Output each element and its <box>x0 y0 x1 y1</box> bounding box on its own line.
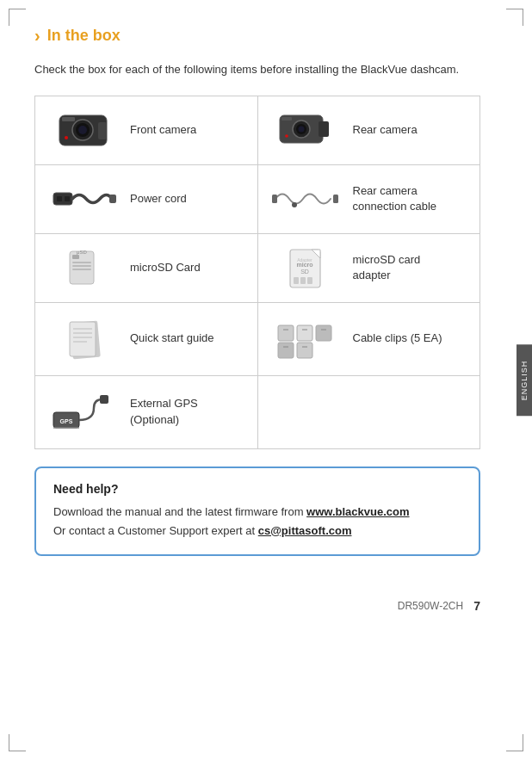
svg-rect-42 <box>278 343 294 358</box>
svg-text:GPS: GPS <box>59 418 72 424</box>
item-cell-rear-camera: Rear camera <box>257 96 480 164</box>
help-text-line1: Download the manual and the latest firmw… <box>53 503 461 522</box>
microsd-adapter-icon: micro SD Adapter <box>267 244 344 292</box>
item-cell-front-camera: Front camera <box>35 96 258 164</box>
footer-page: 7 <box>473 599 480 613</box>
microsd-adapter-label: microSD cardadapter <box>353 252 421 283</box>
quick-guide-label: Quick start guide <box>130 331 214 346</box>
help-box: Need help? Download the manual and the l… <box>34 467 480 556</box>
items-table: Front camera <box>34 96 480 449</box>
rear-cable-icon <box>267 176 344 223</box>
rear-camera-label: Rear camera <box>353 122 418 138</box>
svg-rect-22 <box>72 255 79 259</box>
corner-mark-br <box>506 734 523 751</box>
svg-rect-5 <box>62 117 75 121</box>
svg-text:μSD: μSD <box>77 250 87 255</box>
svg-rect-44 <box>297 343 312 358</box>
quick-guide-icon <box>44 313 121 365</box>
power-cord-label: Power cord <box>130 191 187 207</box>
cable-clips-icon <box>267 315 344 362</box>
table-row: μSD microSD Card <box>35 233 480 302</box>
rear-cable-label: Rear cameraconnection cable <box>353 183 437 214</box>
item-cell-gps: GPS External GPS(Optional) <box>35 375 258 448</box>
svg-text:Adapter: Adapter <box>297 257 312 263</box>
svg-point-13 <box>285 134 288 138</box>
svg-rect-30 <box>300 277 306 284</box>
table-row: Front camera <box>35 96 480 164</box>
corner-mark-tl <box>9 9 26 26</box>
item-cell-cable-clips: Cable clips (5 EA) <box>257 302 480 375</box>
svg-text:SD: SD <box>300 269 309 275</box>
table-row: Quick start guide <box>35 302 480 375</box>
footer: DR590W-2CH 7 <box>0 599 515 630</box>
item-cell-power-cord: Power cord <box>35 164 258 233</box>
svg-point-20 <box>292 202 297 207</box>
intro-text: Check the box for each of the following … <box>34 61 480 78</box>
svg-point-6 <box>65 136 68 139</box>
rear-camera-icon <box>267 108 344 151</box>
svg-rect-45 <box>316 325 331 341</box>
microsd-card-icon: μSD <box>44 244 121 292</box>
microsd-card-label: microSD Card <box>130 260 201 275</box>
svg-rect-25 <box>72 269 91 270</box>
svg-point-3 <box>78 126 87 134</box>
help-title: Need help? <box>53 482 461 496</box>
svg-rect-19 <box>333 195 338 203</box>
svg-point-10 <box>298 127 304 133</box>
svg-rect-11 <box>319 121 329 137</box>
chevron-right-icon: › <box>34 26 40 46</box>
corner-mark-tr <box>506 9 523 26</box>
help-line1-prefix: Download the manual and the latest firmw… <box>53 505 306 518</box>
side-language-label: ENGLISH <box>517 344 532 416</box>
svg-rect-4 <box>98 122 107 139</box>
svg-rect-29 <box>294 277 299 284</box>
svg-rect-18 <box>272 195 277 203</box>
item-cell-quick-guide: Quick start guide <box>35 302 258 375</box>
svg-rect-17 <box>109 195 116 203</box>
front-camera-icon <box>44 107 121 154</box>
gps-icon: GPS <box>44 386 121 438</box>
support-link[interactable]: cs@pittasoft.com <box>258 524 352 537</box>
item-cell-microsd-adapter: micro SD Adapter microSD cardadapter <box>257 233 480 302</box>
svg-text:micro: micro <box>296 262 312 268</box>
section-title-container: › In the box <box>34 26 480 46</box>
svg-rect-36 <box>70 322 96 356</box>
svg-rect-41 <box>278 325 294 341</box>
svg-rect-15 <box>57 196 62 201</box>
corner-mark-bl <box>9 734 26 751</box>
help-text-line2: Or contact a Customer Support expert at … <box>53 522 461 541</box>
power-cord-icon <box>44 176 121 223</box>
section-title: In the box <box>47 27 121 45</box>
svg-rect-12 <box>281 117 292 120</box>
svg-rect-31 <box>307 277 312 284</box>
item-cell-microsd-card: μSD microSD Card <box>35 233 258 302</box>
svg-rect-24 <box>72 265 91 267</box>
item-cell-empty <box>257 375 480 448</box>
help-line2-prefix: Or contact a Customer Support expert at <box>53 524 258 537</box>
svg-rect-53 <box>100 395 108 404</box>
svg-rect-43 <box>297 325 312 341</box>
front-camera-label: Front camera <box>130 122 196 138</box>
cable-clips-label: Cable clips (5 EA) <box>353 331 442 346</box>
item-cell-rear-cable: Rear cameraconnection cable <box>257 164 480 233</box>
table-row: Power cord <box>35 164 480 233</box>
table-row: GPS External GPS(Optional) <box>35 375 480 448</box>
footer-model: DR590W-2CH <box>398 600 463 612</box>
blackvue-link[interactable]: www.blackvue.com <box>306 505 409 518</box>
svg-rect-16 <box>65 196 70 201</box>
gps-label: External GPS(Optional) <box>130 396 198 427</box>
svg-rect-23 <box>72 262 91 263</box>
